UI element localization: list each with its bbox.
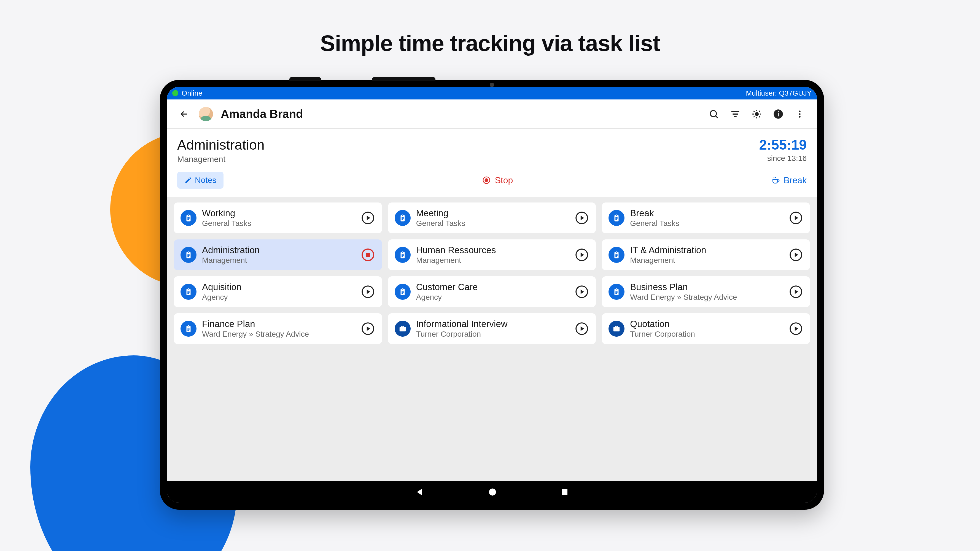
android-navbar [167, 481, 817, 503]
play-task-button[interactable] [789, 211, 803, 225]
task-subtitle: Ward Energy » Strategy Advice [630, 293, 783, 302]
user-name: Amanda Brand [221, 108, 303, 121]
nav-recent-button[interactable] [560, 488, 569, 496]
circle-home-icon [488, 487, 497, 497]
play-task-button[interactable] [361, 284, 375, 299]
back-button[interactable] [177, 107, 191, 121]
task-card[interactable]: WorkingGeneral Tasks [174, 203, 382, 233]
task-name: Customer Care [416, 282, 569, 292]
task-card[interactable]: MeetingGeneral Tasks [388, 203, 596, 233]
multiuser-label: Multiuser: Q37GUJY [746, 89, 811, 97]
task-name: Quotation [630, 319, 783, 329]
square-recent-icon [560, 488, 569, 496]
play-task-button[interactable] [789, 284, 803, 299]
task-card[interactable]: Informational InterviewTurner Corporatio… [388, 313, 596, 344]
task-text: Informational InterviewTurner Corporatio… [416, 319, 569, 338]
app-header: Amanda Brand [167, 100, 817, 129]
clipboard-icon [180, 210, 197, 226]
info-icon [773, 108, 784, 119]
task-name: IT & Administration [630, 245, 783, 256]
break-label: Break [783, 175, 807, 186]
clipboard-icon [395, 247, 410, 263]
play-task-button[interactable] [789, 248, 803, 262]
play-task-button[interactable] [789, 321, 803, 336]
more-vert-icon [795, 110, 805, 119]
svg-rect-24 [562, 489, 568, 495]
action-row: Notes Stop Break [167, 166, 817, 197]
status-bar: Online Multiuser: Q37GUJY [167, 87, 817, 100]
sort-button[interactable] [729, 107, 742, 121]
notes-button[interactable]: Notes [177, 171, 223, 189]
briefcase-icon [608, 321, 625, 337]
task-subtitle: Agency [202, 293, 355, 302]
info-button[interactable] [772, 107, 785, 121]
clipboard-icon [608, 284, 625, 300]
task-text: Finance PlanWard Energy » Strategy Advic… [202, 319, 355, 338]
task-name: Aquisition [202, 282, 355, 292]
svg-point-9 [485, 179, 488, 182]
notes-label: Notes [195, 176, 216, 185]
clipboard-icon [180, 247, 197, 263]
svg-point-0 [710, 111, 716, 116]
play-task-button[interactable] [574, 211, 589, 225]
play-task-button[interactable] [574, 284, 589, 299]
tablet-frame: Online Multiuser: Q37GUJY Amanda Brand [160, 80, 824, 510]
online-indicator-dot [172, 90, 178, 96]
elapsed-time: 2:55:19 [759, 137, 807, 153]
task-area: WorkingGeneral TasksMeetingGeneral Tasks… [167, 197, 817, 481]
play-task-button[interactable] [574, 248, 589, 262]
tablet-camera [490, 83, 494, 87]
play-task-button[interactable] [361, 321, 375, 336]
task-card[interactable]: AquisitionAgency [174, 276, 382, 307]
stop-task-button[interactable] [361, 248, 375, 262]
clipboard-icon [180, 284, 197, 300]
nav-home-button[interactable] [488, 487, 497, 497]
task-name: Business Plan [630, 282, 783, 292]
arrow-left-icon [179, 109, 189, 119]
theme-button[interactable] [750, 107, 764, 121]
clipboard-icon [395, 284, 410, 300]
avatar[interactable] [199, 107, 213, 121]
overflow-menu-button[interactable] [793, 107, 807, 121]
tablet-volume-button [372, 77, 436, 81]
task-subtitle: Management [202, 256, 355, 265]
task-card[interactable]: AdministrationManagement [174, 240, 382, 270]
triangle-back-icon [415, 487, 425, 497]
task-card[interactable]: Human RessourcesManagement [388, 240, 596, 270]
task-subtitle: Management [416, 256, 569, 265]
task-text: QuotationTurner Corporation [630, 319, 783, 338]
task-card[interactable]: Business PlanWard Energy » Strategy Advi… [602, 276, 810, 307]
svg-rect-14 [366, 253, 370, 257]
search-button[interactable] [707, 107, 721, 121]
nav-back-button[interactable] [415, 487, 425, 497]
task-subtitle: Ward Energy » Strategy Advice [202, 330, 355, 338]
svg-point-7 [799, 116, 800, 118]
search-icon [708, 109, 719, 119]
play-task-button[interactable] [574, 321, 589, 336]
task-grid: WorkingGeneral TasksMeetingGeneral Tasks… [174, 203, 810, 344]
task-subtitle: General Tasks [416, 219, 569, 228]
task-name: Finance Plan [202, 319, 355, 329]
stop-button[interactable]: Stop [482, 175, 513, 186]
task-card[interactable]: Finance PlanWard Energy » Strategy Advic… [174, 313, 382, 344]
sort-icon [730, 109, 740, 119]
task-card[interactable]: QuotationTurner Corporation [602, 313, 810, 344]
screen: Online Multiuser: Q37GUJY Amanda Brand [167, 87, 817, 503]
stop-label: Stop [495, 175, 513, 186]
task-subtitle: General Tasks [202, 219, 355, 228]
task-subtitle: General Tasks [630, 219, 783, 228]
svg-point-23 [489, 489, 496, 495]
task-card[interactable]: Customer CareAgency [388, 276, 596, 307]
task-card[interactable]: BreakGeneral Tasks [602, 203, 810, 233]
break-button[interactable]: Break [772, 175, 807, 186]
current-task-header: Administration Management 2:55:19 since … [167, 129, 817, 166]
task-text: Business PlanWard Energy » Strategy Advi… [630, 282, 783, 302]
play-task-button[interactable] [361, 211, 375, 225]
clipboard-icon [180, 321, 197, 337]
clipboard-icon [395, 210, 410, 226]
task-text: BreakGeneral Tasks [630, 208, 783, 228]
clipboard-icon [608, 247, 625, 263]
task-card[interactable]: IT & AdministrationManagement [602, 240, 810, 270]
task-text: IT & AdministrationManagement [630, 245, 783, 265]
task-text: Customer CareAgency [416, 282, 569, 302]
